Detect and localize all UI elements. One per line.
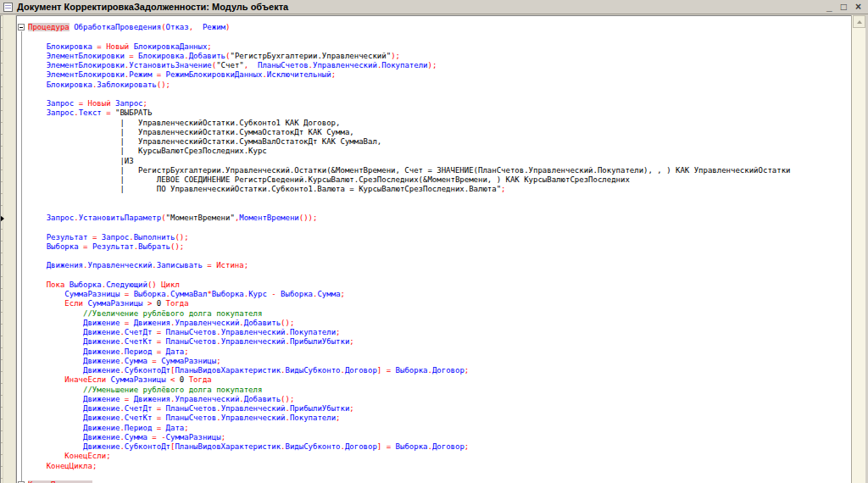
code-token: ;	[244, 261, 248, 269]
code-token: Движение	[28, 442, 120, 451]
code-token: Движение	[28, 414, 120, 422]
code-line: | УправленческийОстатки.Субконто1 КАК До…	[28, 119, 842, 128]
title-bar[interactable]: Документ КорректировкаЗадолженности: Мод…	[0, 0, 868, 14]
code-token: Сумма	[125, 357, 153, 365]
left-panel-splitter[interactable]	[0, 15, 15, 483]
code-token: ;	[336, 414, 340, 422]
code-token: ПланыСчетов	[248, 61, 308, 69]
code-token: Управленческий	[313, 61, 377, 69]
code-token: УстановитьПараметр	[79, 214, 162, 222]
code-line: //Уменьшение рублёвого долга покупателя	[28, 386, 842, 395]
code-token: СуммаРазницы	[166, 433, 221, 441]
code-line: Запрос.УстановитьПараметр("МоментВремени…	[28, 214, 842, 223]
code-token: Тогда	[166, 299, 189, 308]
code-token: ВидыСубконто	[285, 366, 340, 375]
code-token: ПланыСчетов	[161, 414, 216, 422]
code-line: Запрос = Новый Запрос;	[28, 99, 842, 108]
code-token: Период	[125, 347, 157, 356]
code-token: 0	[157, 299, 166, 308]
code-line: Запрос.Текст = "ВЫБРАТЬ	[28, 108, 842, 118]
code-token: КонецЦикла	[28, 462, 92, 470]
code-editor[interactable]: Процедура ОбработкаПроведения(Отказ, Реж…	[16, 15, 851, 483]
code-token: Управленческий	[175, 319, 239, 327]
code-token: Движение	[28, 424, 120, 432]
code-token: Дата	[161, 347, 184, 356]
code-line: Блокировка.Заблокировать();	[28, 80, 842, 90]
code-line	[28, 471, 842, 480]
code-token: Сумма	[125, 433, 153, 441]
code-line: //Увеличение рублёвого долга покупателя	[28, 309, 842, 319]
code-token: = -	[152, 433, 165, 441]
document-window-icon	[3, 3, 13, 12]
code-token: Запрос	[28, 108, 74, 117]
code-token: Запрос	[115, 99, 143, 108]
code-token: | УправленческийОстатки.Субконто1 КАК До…	[28, 119, 340, 127]
code-line	[28, 204, 842, 214]
code-line: Движение.Период = Дата;	[28, 424, 842, 433]
code-token: ;	[92, 462, 97, 470]
code-token: Движение	[28, 366, 120, 375]
code-line: Результат = Запрос.Выполнить();	[28, 233, 842, 242]
code-token: Новый	[102, 42, 134, 51]
code-token: Движения	[129, 395, 170, 403]
code-line: Движение = Движения.Управленческий.Добав…	[28, 319, 842, 328]
code-token: Покупатели	[290, 328, 336, 336]
minimize-button[interactable]: _	[826, 0, 832, 14]
code-token: ;	[465, 442, 469, 451]
code-line: | КурсыВалютСрезПоследних.Курс	[28, 147, 842, 156]
vertical-scrollbar[interactable]	[851, 15, 865, 483]
code-line: Движение.Сумма = -СуммаРазницы;	[28, 433, 842, 442]
code-line: | УправленческийОстатки.СуммаВалОстатокД…	[28, 137, 842, 147]
code-token: Движение	[28, 395, 125, 403]
splitter-divider	[0, 15, 1, 483]
code-token: УстановитьЗначение	[129, 61, 212, 69]
code-token: СчетДт	[125, 328, 157, 336]
code-line: ИначеЕсли СуммаРазницы < 0 Тогда	[28, 375, 842, 385]
code-token: Цикл	[161, 280, 180, 289]
code-token: ;	[216, 357, 220, 365]
code-token: ЭлементБлокировки	[28, 61, 125, 69]
code-token: ВидыСубконто	[285, 442, 340, 451]
code-token: Результат	[87, 242, 133, 251]
code-token: Движение	[28, 319, 125, 327]
code-token: ;	[207, 42, 211, 51]
code-line: Движения.Управленческий.Записывать = Ист…	[28, 261, 842, 270]
code-token: <	[170, 375, 180, 384]
code-token: Движение	[28, 404, 120, 413]
code-token: Движение	[28, 433, 120, 441]
close-button[interactable]: ×	[855, 0, 861, 14]
code-area[interactable]: Процедура ОбработкаПроведения(Отказ, Реж…	[28, 23, 842, 483]
code-token: ;	[349, 404, 353, 413]
fold-collapse-icon[interactable]	[18, 24, 25, 31]
code-token: Договор	[432, 366, 465, 375]
code-token: Результат	[28, 233, 92, 242]
code-token: //Увеличение рублёвого долга покупателя	[28, 309, 262, 318]
code-token: Тогда	[189, 375, 212, 384]
code-token: ;	[143, 99, 147, 108]
maximize-button[interactable]: □	[841, 0, 847, 14]
scroll-up-button[interactable]	[853, 15, 865, 28]
code-token: Управленческий	[221, 328, 286, 336]
code-token: Отказ	[166, 23, 189, 31]
code-line	[28, 90, 842, 99]
code-token: Период	[125, 424, 157, 432]
code-token: );	[391, 52, 400, 60]
code-token: ();	[170, 242, 184, 251]
code-token: Добавить	[244, 319, 281, 327]
code-token: Выборка	[396, 442, 428, 451]
code-token: Движения	[28, 261, 83, 269]
window-title: Документ КорректировкаЗадолженности: Мод…	[17, 2, 288, 12]
code-token: Договор	[432, 442, 465, 451]
code-line: Выборка = Результат.Выбрать();	[28, 242, 842, 252]
code-token: Договор	[345, 366, 377, 375]
code-token: 0	[180, 375, 189, 384]
code-token: Движение	[28, 328, 120, 336]
code-token: ();	[281, 319, 294, 327]
code-token: Запрос	[28, 99, 79, 108]
code-token: Записывать	[157, 261, 208, 269]
code-token: Запрос	[97, 233, 129, 242]
code-token: СубконтоДт	[125, 442, 170, 451]
code-line: Блокировка = Новый БлокировкаДанных;	[28, 42, 842, 52]
code-token: Выборка	[129, 290, 165, 298]
code-token: Новый	[83, 99, 115, 108]
